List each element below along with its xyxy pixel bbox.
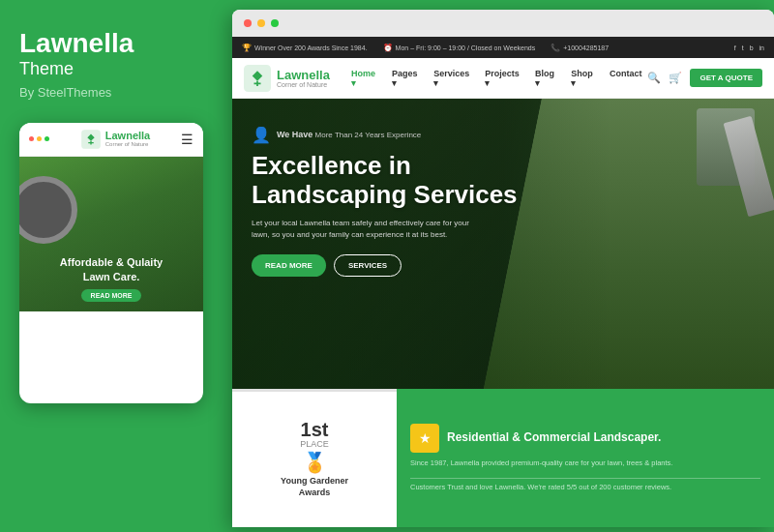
nav-logo-text-block: Lawnella Corner of Nature [277,69,330,88]
mobile-window-dots [29,136,49,141]
nav-link-pages[interactable]: Pages ▾ [386,69,428,88]
nav-link-shop[interactable]: Shop ▾ [565,69,604,88]
clock-icon: ⏰ [383,44,393,52]
hero-heading: Excellence inLandscaping Services [252,152,522,210]
chrome-minimize-dot[interactable] [257,19,265,27]
topbar-award: 🏆 Winner Over 200 Awards Since 1984. [242,44,368,52]
phone-icon: 📞 [551,44,560,52]
bottom-cards: 1st PLACE 🏅 Young Gardener Awards ★ Resi… [232,389,774,527]
mobile-dot-red [29,136,34,141]
mobile-hero-text: Affordable & QulaityLawn Care. [29,255,194,283]
award-wreath-icon: 🏅 [303,451,327,474]
brand-subtitle: Theme [19,59,203,79]
mobile-dot-green [45,136,49,141]
mobile-read-more-button[interactable]: READ MORE [81,289,142,302]
promo-description-2: Customers Trust and love Lawnella. We're… [410,483,760,493]
social-linkedin[interactable]: in [759,44,764,51]
promo-top: ★ Residential & Commercial Landscaper. [410,424,760,453]
topbar-phone: 📞 +10004285187 [551,44,609,52]
nav-icons: 🔍 🛒 [647,72,682,84]
mobile-logo-text: Lawnella Corner of Nature [105,131,150,147]
chrome-close-dot[interactable] [244,19,252,27]
award-card: 1st PLACE 🏅 Young Gardener Awards [232,389,397,527]
social-facebook[interactable]: f [734,44,736,51]
topbar-hours: ⏰ Mon – Fri: 9:00 – 19:00 / Closed on We… [383,44,536,52]
mobile-logo-icon [80,129,102,150]
services-button[interactable]: SERVICES [334,254,402,277]
cart-icon[interactable]: 🛒 [669,72,682,84]
award-name: Young Gardener Awards [281,476,348,498]
mobile-logo: Lawnella Corner of Nature [80,129,150,150]
nav-link-projects[interactable]: Projects ▾ [479,69,529,88]
mobile-topbar: Lawnella Corner of Nature ☰ [19,123,203,157]
promo-card: ★ Residential & Commercial Landscaper. S… [397,389,774,527]
nav-link-services[interactable]: Services ▾ [428,69,479,88]
mobile-hero: Affordable & QulaityLawn Care. READ MORE [19,157,203,311]
nav-link-home[interactable]: Home ▾ [345,69,386,88]
mobile-dot-yellow [37,136,42,141]
mobile-hamburger-icon[interactable]: ☰ [181,132,194,147]
hero-badge-text: We Have More Than 24 Years Experince [277,130,421,141]
nav-logo: Lawnella Corner of Nature [244,65,330,92]
award-place: 1st PLACE [300,420,329,449]
brand-title: Lawnella [19,29,203,59]
hero-badge: 👤 We Have More Than 24 Years Experince [252,126,755,144]
topbar-social-links: f t b in [734,44,764,51]
hero-description: Let your local Lawnella team safely and … [252,218,484,241]
nav-logo-icon [244,65,271,92]
browser-mockup: 🏆 Winner Over 200 Awards Since 1984. ⏰ M… [232,10,774,527]
read-more-button[interactable]: READ MORE [252,254,326,277]
browser-chrome [232,10,774,37]
brand-author: By SteelThemes [19,85,203,100]
social-blogger[interactable]: b [750,44,754,51]
social-twitter[interactable]: t [742,44,744,51]
promo-star-icon: ★ [410,424,439,453]
search-icon[interactable]: 🔍 [647,72,661,84]
hero-buttons: READ MORE SERVICES [252,254,755,277]
site-topbar: 🏆 Winner Over 200 Awards Since 1984. ⏰ M… [232,37,774,58]
hero-content: 👤 We Have More Than 24 Years Experince E… [232,99,774,296]
promo-divider [410,478,760,479]
hero-section: 👤 We Have More Than 24 Years Experince E… [232,99,774,389]
nav-link-blog[interactable]: Blog ▾ [529,69,565,88]
mobile-preview: Lawnella Corner of Nature ☰ Affordable &… [19,123,203,403]
experience-icon: 👤 [252,126,271,144]
get-quote-button[interactable]: GET A QUOTE [690,69,762,87]
promo-title: Residential & Commercial Landscaper. [447,430,661,444]
site-nav: Lawnella Corner of Nature Home ▾ Pages ▾… [232,58,774,99]
promo-description-1: Since 1987, Lawnella provided premium-qu… [410,458,760,469]
chrome-maximize-dot[interactable] [271,19,279,27]
award-icon: 🏆 [242,44,252,52]
left-panel: Lawnella Theme By SteelThemes Lawnella C… [0,0,223,532]
nav-links: Home ▾ Pages ▾ Services ▾ Projects ▾ Blo… [345,69,648,88]
nav-link-contact[interactable]: Contact [604,69,648,88]
